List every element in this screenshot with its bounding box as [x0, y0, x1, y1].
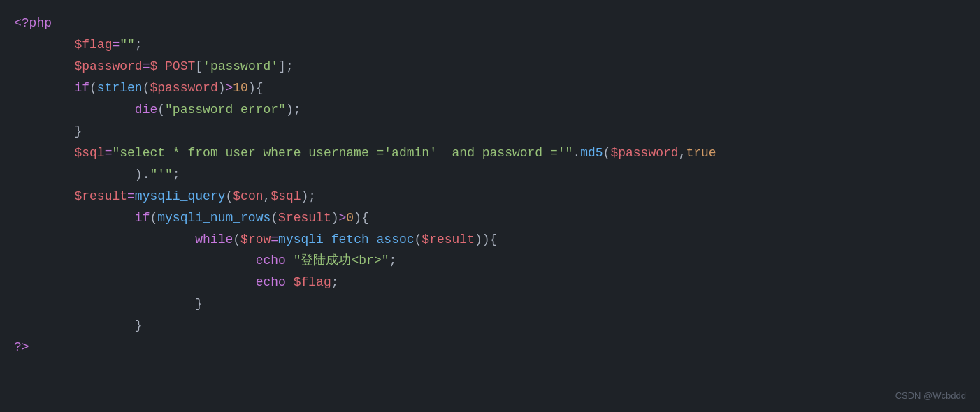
line-12: echo "登陆成功<br>"; — [0, 250, 980, 272]
watermark: CSDN @Wcbddd — [895, 389, 966, 404]
code-container: <?php $flag=""; $password=$_POST['passwo… — [0, 0, 980, 412]
line-10: if(mysqli_num_rows($result)>0){ — [0, 207, 980, 229]
line-3: $password=$_POST['password']; — [0, 56, 980, 78]
line-9: $result=mysqli_query($con,$sql); — [0, 186, 980, 207]
line-2: $flag=""; — [0, 34, 980, 56]
line-11: while($row=mysqli_fetch_assoc($result)){ — [0, 229, 980, 251]
line-15: } — [0, 315, 980, 337]
line-14: } — [0, 293, 980, 315]
line-6: } — [0, 121, 980, 142]
line-8: )."'"; — [0, 164, 980, 186]
line-16: ?> — [0, 337, 980, 358]
line-5: die("password error"); — [0, 99, 980, 121]
line-4: if(strlen($password)>10){ — [0, 78, 980, 99]
line-1: <?php — [0, 13, 980, 34]
line-13: echo $flag; — [0, 272, 980, 293]
line-7: $sql="select * from user where username … — [0, 142, 980, 164]
